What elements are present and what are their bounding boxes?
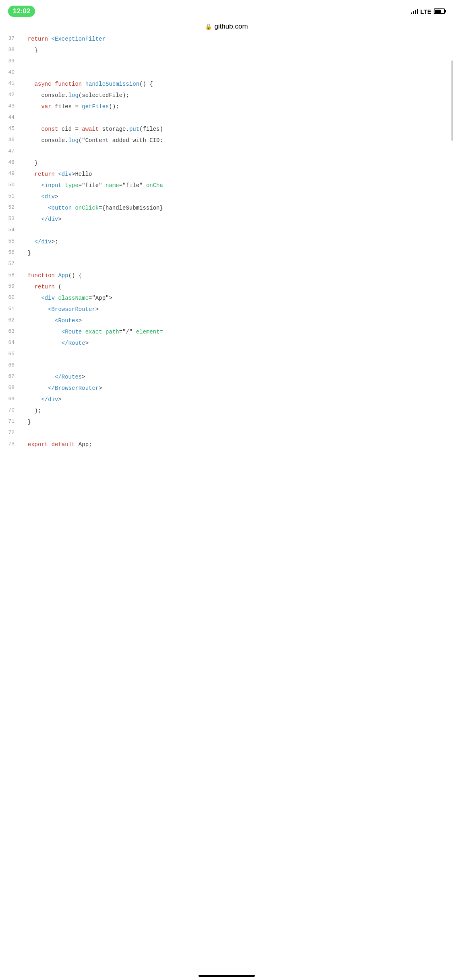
code-line: 57 bbox=[0, 260, 453, 271]
line-content: </Routes> bbox=[21, 373, 453, 381]
code-line: 68 </BrowserRouter> bbox=[0, 384, 453, 395]
line-number: 56 bbox=[0, 249, 21, 257]
line-number: 57 bbox=[0, 260, 21, 268]
line-number: 67 bbox=[0, 373, 21, 381]
code-line: 38 } bbox=[0, 46, 453, 57]
line-content: export default App; bbox=[21, 440, 453, 449]
code-line: 60 <div className="App"> bbox=[0, 294, 453, 305]
code-line: 53 </div> bbox=[0, 215, 453, 226]
line-number: 47 bbox=[0, 147, 21, 156]
line-number: 50 bbox=[0, 181, 21, 189]
battery-fill bbox=[435, 10, 441, 13]
code-line: 72 bbox=[0, 429, 453, 440]
lte-label: LTE bbox=[420, 8, 431, 15]
code-line: 45 const cid = await storage.put(files) bbox=[0, 125, 453, 136]
line-number: 49 bbox=[0, 170, 21, 178]
code-line: 52 <button onClick={handleSubmission} bbox=[0, 204, 453, 215]
line-number: 53 bbox=[0, 215, 21, 223]
line-content: <div className="App"> bbox=[21, 294, 453, 303]
code-line: 67 </Routes> bbox=[0, 373, 453, 384]
line-content: <button onClick={handleSubmission} bbox=[21, 204, 453, 212]
code-line: 39 bbox=[0, 57, 453, 68]
line-number: 59 bbox=[0, 282, 21, 291]
line-content: var files = getFiles(); bbox=[21, 102, 453, 111]
line-number: 69 bbox=[0, 395, 21, 404]
status-time: 12:02 bbox=[8, 6, 35, 17]
line-content: } bbox=[21, 249, 453, 257]
url-text: github.com bbox=[214, 23, 248, 31]
code-lines: 37 return <ExceptionFilter38 }394041 asy… bbox=[0, 35, 453, 451]
line-content: ); bbox=[21, 406, 453, 415]
line-content: return ( bbox=[21, 282, 453, 291]
code-line: 40 bbox=[0, 68, 453, 80]
line-number: 64 bbox=[0, 339, 21, 347]
line-number: 68 bbox=[0, 384, 21, 392]
line-content: </div> bbox=[21, 395, 453, 404]
code-line: 51 <div> bbox=[0, 192, 453, 204]
line-number: 70 bbox=[0, 406, 21, 415]
scroll-indicator bbox=[451, 60, 453, 141]
code-line: 47 bbox=[0, 147, 453, 159]
code-line: 69 </div> bbox=[0, 395, 453, 406]
code-line: 41 async function handleSubmission() { bbox=[0, 80, 453, 91]
code-line: 49 return <div>Hello bbox=[0, 170, 453, 181]
code-line: 43 var files = getFiles(); bbox=[0, 102, 453, 113]
line-content: <Routes> bbox=[21, 316, 453, 325]
code-line: 64 </Route> bbox=[0, 339, 453, 350]
line-content: } bbox=[21, 418, 453, 426]
code-line: 70 ); bbox=[0, 406, 453, 418]
line-content: console.log("Content added with CID: bbox=[21, 136, 453, 145]
line-number: 38 bbox=[0, 46, 21, 54]
code-line: 50 <input type="file" name="file" onCha bbox=[0, 181, 453, 192]
code-line: 37 return <ExceptionFilter bbox=[0, 35, 453, 46]
line-number: 46 bbox=[0, 136, 21, 144]
line-content: console.log(selectedFile); bbox=[21, 91, 453, 100]
code-line: 71 } bbox=[0, 418, 453, 429]
line-number: 65 bbox=[0, 350, 21, 358]
line-number: 71 bbox=[0, 418, 21, 426]
line-number: 66 bbox=[0, 361, 21, 370]
code-line: 73 export default App; bbox=[0, 440, 453, 451]
line-content: <Route exact path="/" element= bbox=[21, 327, 453, 336]
status-bar: 12:02 LTE bbox=[0, 0, 453, 20]
line-number: 51 bbox=[0, 192, 21, 201]
line-content: const cid = await storage.put(files) bbox=[21, 125, 453, 134]
line-number: 45 bbox=[0, 125, 21, 133]
line-content: } bbox=[21, 159, 453, 167]
line-content: <input type="file" name="file" onCha bbox=[21, 181, 453, 190]
code-line: 44 bbox=[0, 113, 453, 125]
line-content: return <ExceptionFilter bbox=[21, 35, 453, 43]
code-line: 61 <BrowserRouter> bbox=[0, 305, 453, 316]
line-number: 39 bbox=[0, 57, 21, 66]
line-number: 73 bbox=[0, 440, 21, 449]
address-bar[interactable]: 🔒 github.com bbox=[0, 20, 453, 35]
line-number: 54 bbox=[0, 226, 21, 235]
signal-bar-3 bbox=[415, 10, 416, 14]
line-content: </div>; bbox=[21, 237, 453, 246]
code-line: 63 <Route exact path="/" element= bbox=[0, 327, 453, 339]
code-line: 56 } bbox=[0, 249, 453, 260]
line-content: </Route> bbox=[21, 339, 453, 348]
signal-bars bbox=[411, 8, 418, 14]
code-container: 37 return <ExceptionFilter38 }394041 asy… bbox=[0, 35, 453, 459]
line-number: 42 bbox=[0, 91, 21, 99]
code-line: 62 <Routes> bbox=[0, 316, 453, 327]
line-number: 62 bbox=[0, 316, 21, 325]
code-line: 58 function App() { bbox=[0, 271, 453, 282]
line-number: 60 bbox=[0, 294, 21, 302]
line-number: 43 bbox=[0, 102, 21, 111]
code-line: 54 bbox=[0, 226, 453, 237]
line-number: 63 bbox=[0, 327, 21, 336]
line-content: } bbox=[21, 46, 453, 55]
code-line: 66 bbox=[0, 361, 453, 373]
line-number: 55 bbox=[0, 237, 21, 246]
code-line: 65 bbox=[0, 350, 453, 361]
line-content: <BrowserRouter> bbox=[21, 305, 453, 314]
line-number: 44 bbox=[0, 113, 21, 122]
line-number: 52 bbox=[0, 204, 21, 212]
line-content: async function handleSubmission() { bbox=[21, 80, 453, 89]
signal-bar-2 bbox=[413, 11, 414, 14]
code-line: 48 } bbox=[0, 159, 453, 170]
battery-icon bbox=[434, 8, 445, 14]
lock-icon: 🔒 bbox=[205, 23, 212, 30]
